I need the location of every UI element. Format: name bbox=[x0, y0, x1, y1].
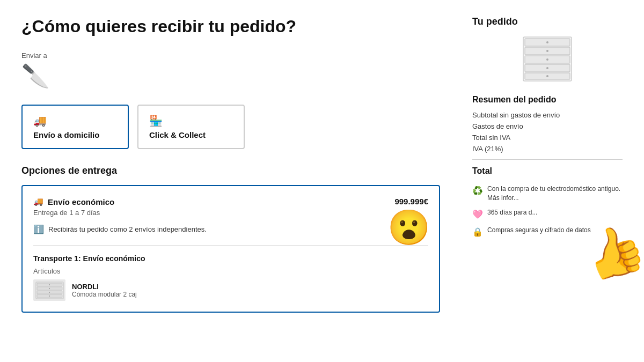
shipping-label: Gastos de envío bbox=[472, 122, 523, 130]
features-list: ♻️ Con la compra de tu electrodoméstico … bbox=[472, 184, 623, 238]
summary-line-subtotal: Subtotal sin gastos de envío bbox=[472, 111, 623, 119]
iva-label: IVA (21%) bbox=[472, 145, 503, 153]
dresser-svg bbox=[521, 36, 574, 84]
feature-text-recycle: Con la compra de tu electrodoméstico ant… bbox=[487, 184, 623, 203]
subtotal-label: Subtotal sin gastos de envío bbox=[472, 111, 560, 119]
articles-label: Artículos bbox=[33, 267, 428, 275]
dresser-image bbox=[521, 36, 574, 84]
transport-section: Transporte 1: Envío económico Artículos bbox=[33, 245, 428, 301]
svg-point-17 bbox=[546, 58, 548, 61]
delivery-home-icon: 🚚 bbox=[33, 114, 117, 127]
feature-row-recycle: ♻️ Con la compra de tu electrodoméstico … bbox=[472, 184, 623, 203]
product-info: NORDLI Cómoda modular 2 caj bbox=[72, 283, 137, 298]
feature-row-365: 🩷 365 días para d... bbox=[472, 208, 623, 220]
delivery-card-collect[interactable]: 🏪 Click & Collect bbox=[137, 105, 245, 149]
send-to-label: Enviar a bbox=[21, 51, 440, 60]
shocked-emoji: 😮 bbox=[387, 208, 430, 248]
summary-lines: Subtotal sin gastos de envío Gastos de e… bbox=[472, 111, 623, 153]
knife-area: 🔪 bbox=[21, 63, 440, 95]
svg-point-5 bbox=[49, 284, 50, 285]
summary-line-iva: IVA (21%) bbox=[472, 145, 623, 153]
svg-point-6 bbox=[49, 288, 50, 289]
info-row: ℹ️ Recibirás tu pedido como 2 envíos ind… bbox=[33, 224, 428, 234]
product-desc: Cómoda modular 2 caj bbox=[72, 291, 137, 298]
sidebar-title: Tu pedido bbox=[472, 16, 623, 27]
page-title: ¿Cómo quieres recibir tu pedido? bbox=[21, 16, 440, 36]
transport-title: Transporte 1: Envío económico bbox=[33, 254, 428, 263]
svg-point-7 bbox=[49, 292, 50, 293]
svg-point-19 bbox=[546, 75, 548, 77]
dresser-thumb-svg bbox=[35, 281, 64, 300]
feature-text-365: 365 días para d... bbox=[487, 208, 537, 217]
recycle-icon: ♻️ bbox=[472, 185, 483, 197]
heart-icon: 🩷 bbox=[472, 209, 483, 220]
shipping-options-title: Opciones de entrega bbox=[21, 165, 440, 176]
product-row: NORDLI Cómoda modular 2 caj bbox=[33, 279, 428, 301]
main-content: ¿Cómo quieres recibir tu pedido? Enviar … bbox=[21, 16, 440, 313]
shipping-days: Entrega de 1 a 7 días bbox=[33, 209, 428, 217]
sidebar: Tu pedido Resumen del pedido bbox=[472, 16, 623, 313]
delivery-options-row: 🚚 Envío a domicilio 🏪 Click & Collect bbox=[21, 105, 440, 149]
info-text: Recibirás tu pedido como 2 envíos indepe… bbox=[48, 225, 207, 233]
order-summary-title: Resumen del pedido bbox=[472, 95, 623, 105]
info-icon: ℹ️ bbox=[33, 224, 44, 234]
shipping-name: 🚚 Envío económico bbox=[33, 197, 114, 206]
svg-point-18 bbox=[546, 67, 548, 69]
product-thumbnail bbox=[33, 279, 65, 301]
delivery-collect-icon: 🏪 bbox=[149, 114, 233, 127]
product-image-area bbox=[472, 36, 623, 84]
feature-row-secure: 🔒 Compras seguras y cifrado de datos bbox=[472, 226, 623, 238]
without-iva-label: Total sin IVA bbox=[472, 134, 510, 142]
summary-divider bbox=[472, 159, 623, 160]
shipping-header-row: 🚚 Envío económico 999.999€ bbox=[33, 197, 428, 206]
delivery-home-label: Envío a domicilio bbox=[33, 130, 117, 139]
svg-point-15 bbox=[546, 41, 548, 43]
svg-point-16 bbox=[546, 50, 548, 52]
delivery-collect-label: Click & Collect bbox=[149, 130, 233, 139]
shipping-truck-icon: 🚚 bbox=[33, 197, 43, 206]
delivery-card-home[interactable]: 🚚 Envío a domicilio bbox=[21, 105, 129, 149]
summary-line-without-iva: Total sin IVA bbox=[472, 134, 623, 142]
total-label: Total bbox=[472, 166, 492, 176]
lock-icon: 🔒 bbox=[472, 226, 483, 238]
total-line: Total bbox=[472, 166, 623, 176]
knife-emoji: 🔪 bbox=[21, 63, 49, 89]
svg-point-8 bbox=[49, 295, 50, 297]
summary-line-shipping: Gastos de envío bbox=[472, 122, 623, 130]
shipping-price: 999.999€ bbox=[394, 197, 428, 206]
shipping-box: 🚚 Envío económico 999.999€ Entrega de 1 … bbox=[21, 185, 440, 313]
product-name: NORDLI bbox=[72, 283, 137, 291]
feature-text-secure: Compras seguras y cifrado de datos bbox=[487, 226, 591, 235]
